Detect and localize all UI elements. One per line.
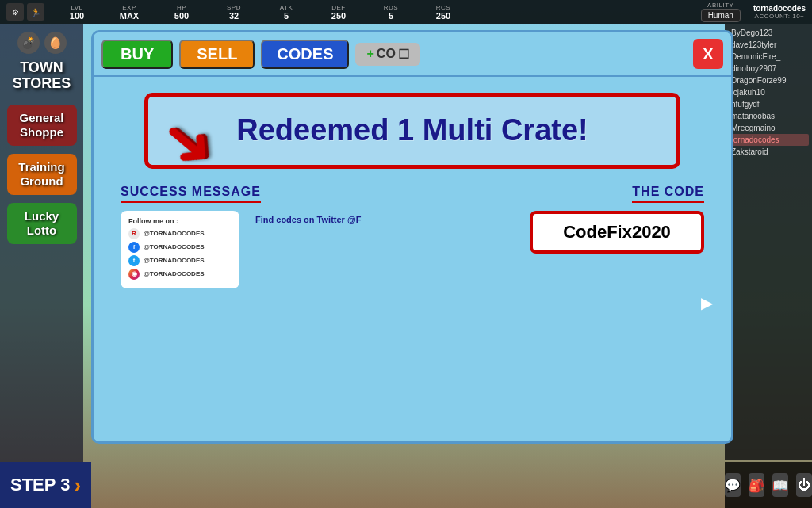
bottom-right-icons: 💬 🎒 📖 ⏻ [725, 462, 812, 508]
tab-buy-button[interactable]: BUY [102, 40, 173, 69]
coin-label: CO [377, 47, 396, 61]
instagram-icon: ◉ [128, 269, 140, 280]
tab-sell-button[interactable]: SELL [179, 40, 255, 69]
lucky-lotto-button[interactable]: Lucky Lotto [7, 203, 77, 244]
general-shoppe-button[interactable]: General Shoppe [7, 105, 77, 146]
bottom-area: Follow me on : R @TORNADOCODES f @TORNAD… [113, 211, 712, 288]
hud-spd: SPD 32 [214, 4, 254, 21]
hud-def: DEF 250 [319, 4, 358, 21]
player-list-item: matanoobas [728, 110, 809, 122]
hud-bar: ⚙ 🏃 LVL 100 EXP MAX HP 500 SPD 32 ATK 5 … [0, 0, 812, 24]
player-list-item: ByDego123 [728, 27, 809, 39]
backpack-icon[interactable]: 🎒 [749, 473, 764, 497]
coin-symbol: ☐ [398, 47, 409, 62]
step-3-badge: STEP 3 › [0, 462, 91, 508]
plus-icon: + [366, 47, 373, 61]
plus-coin-tab[interactable]: + CO ☐ [355, 43, 419, 66]
modal-header: BUY SELL CODES + CO ☐ X [94, 32, 731, 77]
close-modal-button[interactable]: X [693, 39, 723, 69]
red-arrow-container: ➜ [160, 113, 213, 177]
hud-username: tornadocodes Account: 10+ [753, 4, 806, 20]
twitter-icon: t [128, 255, 140, 266]
player-list: ByDego123dave123tylerDemonicFire_dinoboy… [725, 24, 812, 460]
book-icon[interactable]: 📖 [772, 473, 788, 497]
modal-body: Redeemed 1 Multi Crate! ➜ SUCCESS MESSAG… [94, 77, 731, 441]
success-message-text: Redeemed 1 Multi Crate! [236, 113, 588, 147]
social-fb-row: f @TORNADOCODES [128, 242, 232, 253]
ig-name: @TORNADOCODES [144, 270, 205, 277]
step-arrow-icon: › [74, 473, 81, 498]
hud-icon-1: ⚙ [6, 3, 24, 21]
hud-left-icons: ⚙ 🏃 [6, 3, 44, 21]
step-label: STEP 3 [10, 475, 70, 495]
facebook-icon: f [128, 242, 140, 253]
player-list-item: Zakstaroid [728, 146, 809, 158]
player-list-item: tornadocodes [728, 134, 809, 146]
town-stores-title: TOWN STORES [13, 60, 71, 92]
power-icon[interactable]: ⏻ [796, 473, 812, 497]
social-roblox-row: R @TORNADOCODES [128, 228, 232, 239]
modal-overlay: BUY SELL CODES + CO ☐ X Redeemed 1 Multi… [91, 30, 733, 444]
sidebar-icon-2: 🥚 [44, 32, 67, 54]
roblox-name: @TORNADOCODES [144, 230, 205, 237]
sidebar-icon-1: 💣 [17, 32, 40, 54]
labels-row: SUCCESS MESSAGE THE CODE [113, 185, 712, 203]
hud-atk: ATK 5 [266, 4, 306, 21]
code-input-field[interactable]: CodeFix2020 [530, 211, 704, 254]
find-codes-text: Find codes on Twitter @F [255, 211, 514, 224]
player-list-item: Mreegmaino [728, 122, 809, 134]
player-list-item: dinoboy2907 [728, 63, 809, 74]
player-list-item: DemonicFire_ [728, 51, 809, 63]
social-ig-row: ◉ @TORNADOCODES [128, 269, 232, 280]
modal-window: BUY SELL CODES + CO ☐ X Redeemed 1 Multi… [91, 30, 733, 444]
roblox-icon: R [128, 228, 140, 239]
social-box: Follow me on : R @TORNADOCODES f @TORNAD… [121, 211, 239, 288]
player-list-item: dave123tyler [728, 39, 809, 51]
chat-icon[interactable]: 💬 [725, 473, 741, 497]
hud-rcs: RCS 250 [423, 4, 463, 21]
success-label: SUCCESS MESSAGE [121, 185, 261, 203]
hud-icon-2: 🏃 [27, 3, 44, 21]
training-ground-button[interactable]: Training Ground [7, 154, 77, 195]
hud-hp: HP 500 [162, 4, 201, 21]
cursor-indicator: ▶ [701, 293, 713, 312]
tw-name: @TORNADOCODES [144, 257, 205, 264]
fb-name: @TORNADOCODES [144, 243, 205, 250]
player-list-item: hfufgydf [728, 98, 809, 110]
left-sidebar: 💣 🥚 TOWN STORES General Shoppe Training … [0, 24, 83, 508]
hud-ability: ABILITY Human [701, 2, 741, 22]
hud-level: LVL 100 [57, 4, 97, 21]
follow-text: Follow me on : [128, 217, 232, 225]
hud-exp: EXP MAX [109, 4, 149, 21]
social-tw-row: t @TORNADOCODES [128, 255, 232, 266]
hud-rds: RDS 5 [371, 4, 411, 21]
code-label: THE CODE [632, 185, 704, 203]
player-list-item: fcjakuh10 [728, 86, 809, 98]
sidebar-top-icons: 💣 🥚 [17, 32, 67, 54]
tab-codes-button[interactable]: CODES [261, 40, 349, 69]
player-list-item: DragonForze99 [728, 74, 809, 86]
